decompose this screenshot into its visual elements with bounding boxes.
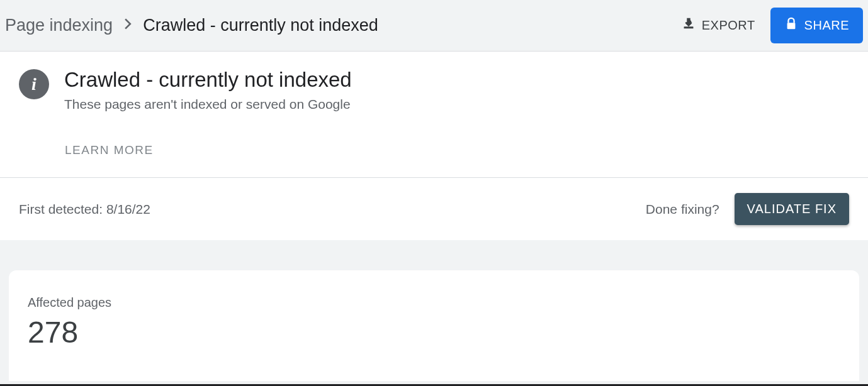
validation-right: Done fixing? VALIDATE FIX: [646, 193, 849, 225]
affected-pages-count: 278: [28, 315, 840, 350]
info-subtitle: These pages aren't indexed or served on …: [64, 97, 849, 112]
page-header: Page indexing Crawled - currently not in…: [0, 0, 868, 51]
svg-rect-0: [684, 28, 693, 29]
lock-icon: [784, 16, 798, 35]
svg-rect-2: [787, 23, 795, 29]
learn-more-link[interactable]: LEARN MORE: [65, 143, 868, 157]
download-icon: [682, 17, 696, 34]
chevron-right-icon: [124, 18, 132, 33]
info-text: Crawled - currently not indexed These pa…: [64, 68, 849, 112]
first-detected-label: First detected:: [19, 202, 106, 216]
export-label: EXPORT: [702, 18, 755, 33]
header-actions: EXPORT SHARE: [679, 8, 863, 43]
share-label: SHARE: [804, 18, 849, 33]
breadcrumb: Page indexing Crawled - currently not in…: [5, 16, 378, 35]
breadcrumb-current: Crawled - currently not indexed: [143, 16, 378, 35]
done-fixing-label: Done fixing?: [646, 202, 719, 217]
export-button[interactable]: EXPORT: [679, 12, 758, 39]
first-detected-date: 8/16/22: [106, 202, 150, 216]
info-card: i Crawled - currently not indexed These …: [0, 51, 868, 240]
affected-pages-card: Affected pages 278: [9, 270, 859, 381]
breadcrumb-parent[interactable]: Page indexing: [5, 16, 113, 35]
info-icon: i: [19, 69, 49, 99]
first-detected: First detected: 8/16/22: [19, 202, 150, 217]
validate-fix-button[interactable]: VALIDATE FIX: [735, 193, 849, 225]
info-section: i Crawled - currently not indexed These …: [0, 52, 868, 118]
affected-pages-label: Affected pages: [28, 295, 840, 310]
share-button[interactable]: SHARE: [770, 8, 863, 43]
validation-section: First detected: 8/16/22 Done fixing? VAL…: [0, 177, 868, 240]
info-title: Crawled - currently not indexed: [64, 68, 849, 92]
